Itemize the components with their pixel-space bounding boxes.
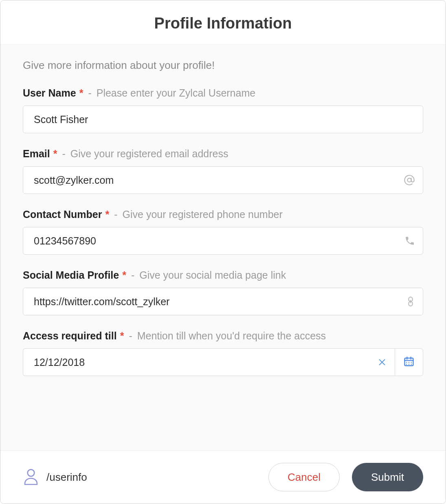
label-row-email: Email* - Give your registered email addr… [23, 148, 423, 160]
footer-right: Cancel Submit [268, 463, 423, 491]
label-row-username: User Name* - Please enter your Zylcal Us… [23, 87, 423, 99]
field-contact: Contact Number* - Give your registered p… [23, 209, 423, 255]
label-email: Email [23, 148, 50, 160]
profile-dialog: Profile Information Give more informatio… [0, 0, 446, 504]
social-input[interactable] [23, 288, 423, 315]
required-marker: * [120, 330, 124, 342]
required-marker: * [122, 269, 126, 281]
hint-sep: - [129, 330, 132, 342]
label-row-contact: Contact Number* - Give your registered p… [23, 209, 423, 220]
input-wrap-social [23, 288, 423, 315]
field-access: Access required till* - Mention till whe… [23, 330, 423, 376]
username-input[interactable] [23, 106, 423, 133]
user-icon [23, 467, 39, 487]
contact-input[interactable] [23, 227, 423, 255]
hint-access: Mention till when you'd require the acce… [137, 330, 326, 342]
input-wrap-access [23, 348, 423, 376]
svg-point-15 [28, 469, 35, 476]
calendar-icon [403, 356, 415, 369]
email-input[interactable] [23, 166, 423, 194]
command-path: /userinfo [46, 471, 87, 484]
label-contact: Contact Number [23, 209, 102, 220]
required-marker: * [79, 87, 83, 99]
dialog-title: Profile Information [0, 15, 446, 32]
at-icon [404, 174, 415, 186]
field-social: Social Media Profile* - Give your social… [23, 269, 423, 315]
input-wrap-email [23, 166, 423, 194]
hint-sep: - [114, 209, 117, 220]
access-date-input[interactable] [23, 348, 395, 376]
intro-text: Give more information about your profile… [23, 59, 423, 72]
input-wrap-contact [23, 227, 423, 255]
date-picker-button[interactable] [395, 348, 423, 376]
footer-left: /userinfo [23, 467, 87, 487]
link-icon [406, 296, 415, 307]
label-social: Social Media Profile [23, 269, 119, 281]
label-row-access: Access required till* - Mention till whe… [23, 330, 423, 342]
dialog-body: Give more information about your profile… [0, 44, 446, 451]
required-marker: * [53, 148, 57, 160]
cancel-button[interactable]: Cancel [268, 463, 340, 491]
hint-email: Give your registered email address [70, 148, 228, 160]
dialog-footer: /userinfo Cancel Submit [0, 451, 446, 504]
hint-contact: Give your registered phone number [123, 209, 283, 220]
label-username: User Name [23, 87, 76, 99]
hint-sep: - [88, 87, 91, 99]
hint-sep: - [62, 148, 65, 160]
dialog-header: Profile Information [0, 0, 446, 44]
label-row-social: Social Media Profile* - Give your social… [23, 269, 423, 281]
required-marker: * [105, 209, 109, 220]
hint-social: Give your social media page link [139, 269, 286, 281]
phone-icon [404, 235, 415, 246]
hint-username: Please enter your Zylcal Username [97, 87, 255, 99]
label-access: Access required till [23, 330, 117, 342]
svg-point-0 [407, 178, 411, 182]
clear-date-icon[interactable] [378, 358, 387, 367]
field-username: User Name* - Please enter your Zylcal Us… [23, 87, 423, 133]
hint-sep: - [131, 269, 134, 281]
field-email: Email* - Give your registered email addr… [23, 148, 423, 194]
input-wrap-username [23, 106, 423, 133]
submit-button[interactable]: Submit [352, 463, 423, 491]
